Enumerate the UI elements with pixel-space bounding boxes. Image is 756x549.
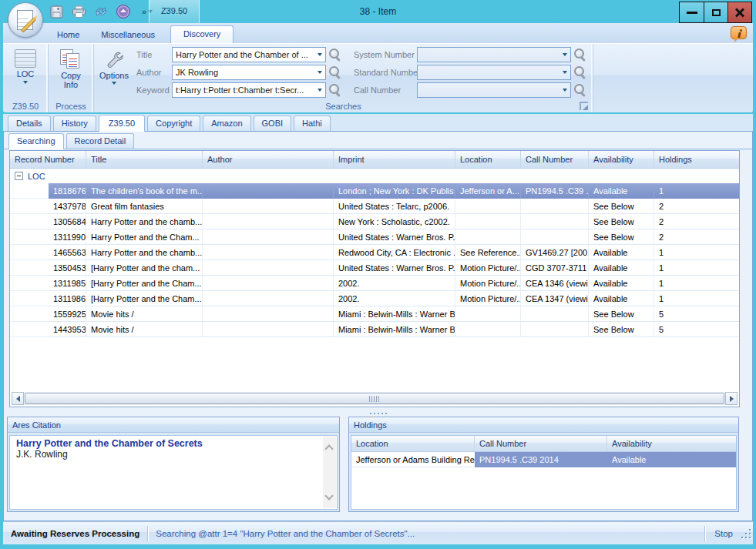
holdings-row[interactable]: Jefferson or Adams Building Re... PN1994… [351,452,736,467]
cell-call-number[interactable] [521,214,589,229]
cell-availability[interactable]: See Below [589,214,654,229]
cell-location[interactable] [455,322,521,337]
keyword-combobox[interactable]: t:Harry t:Potter t:Chamber t:Secr... [172,82,326,98]
column-header-imprint[interactable]: Imprint [334,151,455,168]
cell-record-number[interactable]: 14379781 [49,199,86,214]
cell-title[interactable]: [Harry Potter and the Cham... [86,291,203,306]
author-combobox[interactable]: JK Rowling [172,65,326,80]
options-button[interactable]: Options [96,46,132,97]
cell-location[interactable] [455,229,521,245]
close-button[interactable] [727,2,751,22]
horizontal-scrollbar[interactable] [12,392,738,405]
table-row[interactable]: 13119851[Harry Potter and the Cham...200… [10,276,739,291]
cell-record-number[interactable]: 13056840 [49,214,86,229]
collapse-icon[interactable] [15,172,23,180]
holdings-availability-cell[interactable]: Available [607,452,736,467]
author-search-button[interactable] [326,65,344,80]
table-row[interactable]: 13056840Harry Potter and the chamb...New… [10,214,739,229]
cell-holdings[interactable]: 2 [654,199,739,214]
cell-record-number[interactable]: 13119906 [49,229,86,245]
cell-title[interactable]: Harry Potter and the chamb... [86,245,203,260]
tab-z3950[interactable]: Z39.50 [99,115,145,132]
cell-availability[interactable]: See Below [589,229,654,245]
cell-holdings[interactable]: 1 [654,245,739,260]
tab-record-detail[interactable]: Record Detail [66,133,135,149]
column-header-location[interactable]: Location [455,151,521,168]
column-header-title[interactable]: Title [86,151,203,168]
cell-location[interactable]: Motion Picture/... [455,260,521,276]
cell-record-number[interactable]: 18186762 [49,183,86,199]
cell-availability[interactable]: Available [589,245,654,260]
cell-holdings[interactable]: 5 [654,306,739,322]
cell-author[interactable] [203,199,334,214]
cell-location[interactable]: Motion Picture/... [455,276,521,291]
group-row-loc[interactable]: LOC [10,169,739,183]
tab-details[interactable]: Details [8,115,51,131]
cell-record-number[interactable]: 14655637 [49,245,86,260]
cell-availability[interactable]: Available [589,260,654,276]
citation-scrollbar[interactable] [323,437,336,508]
cell-title[interactable]: [Harry Potter and the Cham... [86,276,203,291]
cell-record-number[interactable]: 15599259 [49,306,86,322]
holdings-location-cell[interactable]: Jefferson or Adams Building Re... [351,452,475,467]
table-row[interactable]: 14379781Great film fantasiesUnited State… [10,199,739,214]
table-row[interactable]: 14655637Harry Potter and the chamb...Red… [10,245,739,260]
table-row[interactable]: 13119869[Harry Potter and the Cham...200… [10,291,739,306]
cell-call-number[interactable]: CGD 3707-3711 ... [521,260,589,276]
cell-availability[interactable]: See Below [589,322,654,337]
cell-holdings[interactable]: 1 [654,260,739,276]
cell-author[interactable] [203,322,334,337]
cell-call-number[interactable] [521,199,589,214]
help-button[interactable] [731,26,747,39]
cell-title[interactable]: Harry Potter and the Cham... [86,229,203,245]
app-menu-button[interactable] [8,2,43,38]
submit-button[interactable] [115,3,132,20]
cell-imprint[interactable]: Redwood City, CA : Electronic ... [334,245,455,260]
tab-searching[interactable]: Searching [8,133,64,149]
loc-button[interactable]: LOC [5,46,45,97]
save-button[interactable] [48,3,65,20]
column-header-record-number[interactable]: Record Number [10,151,86,168]
cell-call-number[interactable]: CEA 1347 (viewi... [521,291,589,306]
stop-button[interactable]: Stop [705,529,741,538]
minimize-button[interactable] [680,2,704,22]
cell-location[interactable]: See Reference... [455,245,521,260]
ribbon-tab-home[interactable]: Home [46,27,90,43]
holdings-call-number-cell[interactable]: PN1994.5 .C39 2014 [475,452,607,467]
maximize-button[interactable] [704,2,727,22]
cell-call-number[interactable] [521,229,589,245]
standard-number-search-button[interactable] [571,65,590,80]
cell-imprint[interactable]: 2002. [334,291,455,306]
holdings-column-location[interactable]: Location [351,436,475,451]
tab-hathi[interactable]: Hathi [294,115,331,131]
copy-info-button[interactable]: CopyInfo [51,46,91,97]
cell-availability[interactable]: Available [589,291,654,306]
cell-call-number[interactable] [521,322,589,337]
cell-availability[interactable]: Available [589,183,654,199]
holdings-column-availability[interactable]: Availability [607,436,736,451]
title-search-button[interactable] [326,47,344,62]
resize-grip[interactable] [741,528,751,539]
call-number-search-button[interactable] [571,82,590,98]
cell-location[interactable]: Jefferson or A... [455,183,521,199]
cell-holdings[interactable]: 2 [654,229,739,245]
cell-title[interactable]: [Harry Potter and the cham... [86,260,203,276]
cell-author[interactable] [203,229,334,245]
column-header-holdings[interactable]: Holdings [654,151,739,168]
cell-author[interactable] [203,291,334,306]
cell-availability[interactable]: Available [589,276,654,291]
tab-gobi[interactable]: GOBI [254,115,292,131]
cell-imprint[interactable]: United States : Warner Bros. P... [334,260,455,276]
tab-amazon[interactable]: Amazon [203,115,250,131]
call-number-combobox[interactable] [417,82,571,98]
scroll-right-button[interactable] [725,392,738,405]
cell-title[interactable]: The children's book of the m... [86,183,203,199]
title-combobox[interactable]: Harry Potter and the Chamber of ... [172,47,326,62]
system-number-combobox[interactable] [417,47,571,62]
table-row[interactable]: 13119906Harry Potter and the Cham...Unit… [10,229,739,245]
print-button[interactable] [70,3,87,20]
cell-imprint[interactable]: United States : Telarc, p2006. [334,199,455,214]
cell-imprint[interactable]: Miami : Belwin-Mills : Warner Br... [334,306,455,322]
cell-call-number[interactable]: CEA 1346 (viewi... [521,276,589,291]
cell-author[interactable] [203,260,334,276]
